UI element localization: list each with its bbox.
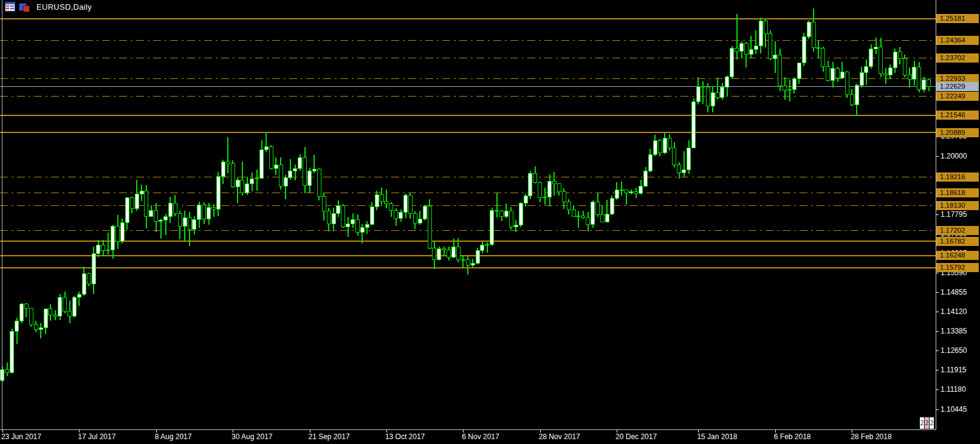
bull-candle-body [193,219,196,229]
bear-candle-body [428,206,431,248]
bear-candle-body [130,198,134,209]
candle-wick [78,292,80,306]
bull-candle-body [197,205,201,219]
bear-candle-body [202,205,206,219]
level-price-label: 1.17202 [936,226,979,235]
bear-candle-body [783,86,787,90]
bull-candle-body [476,251,479,264]
bull-candle-body [437,249,441,260]
bull-candle-body [164,217,168,220]
candlestick-chart[interactable] [0,0,980,444]
level-price-label: 1.16782 [936,237,979,246]
level-price-label: 1.22249 [936,92,979,101]
bull-candle-body [97,245,100,254]
nav-marker: 2 [925,417,929,429]
bear-candle-body [817,47,820,49]
bull-candle-body [644,171,648,186]
bear-candle-body [116,227,120,242]
bull-candle-body [221,162,225,176]
level-price-label: 1.19216 [936,172,979,182]
bull-candle-body [111,227,115,250]
bull-candle-body [577,216,580,216]
bull-candle-body [725,77,729,87]
price-tick-label: 1.17795 [941,210,967,219]
bear-candle-body [317,169,321,197]
bear-candle-body [49,309,52,315]
bear-candle-body [447,250,451,258]
chart-title: EURUSD,Daily [33,2,92,12]
bull-candle-body [639,186,643,193]
candle-wick [227,137,228,173]
level-price-label: 1.18618 [936,188,979,197]
bull-candle-body [351,220,355,224]
level-price-label: 1.23702 [936,53,979,63]
date-tick-label: 21 Sep 2017 [309,432,350,441]
candle-wick [256,169,258,191]
axis-tick-marks [2,19,939,432]
bull-candle-body [159,220,163,222]
bear-candle-body [769,34,772,59]
bull-candle-body [711,92,714,106]
bull-candle-body [264,146,268,150]
bull-candle-body [245,184,249,193]
bull-candle-body [207,208,211,219]
bear-candle-body [509,211,513,227]
bear-candle-body [927,80,931,86]
level-price-label: 1.18130 [936,201,979,210]
horizontal-level-lines [0,19,936,268]
bull-candle-body [605,214,609,222]
bear-candle-body [879,47,883,73]
bear-candle-body [226,162,230,163]
bear-candle-body [917,67,921,89]
bear-candle-body [500,211,504,217]
chart-windows-icon[interactable] [19,2,29,12]
bear-candle-body [552,182,556,183]
bear-candle-body [581,216,585,217]
bull-candle-body [792,79,796,90]
bull-candle-body [370,207,374,225]
bear-candle-body [5,370,9,372]
level-price-label: 1.25181 [936,14,979,23]
market-watch-icon[interactable] [5,2,15,12]
bull-candle-body [404,196,408,213]
chart-window: EURUSD,Daily 1.251451.244101.236751.2294… [0,0,980,444]
candle-wick [108,233,109,254]
bull-candle-body [82,274,86,295]
bull-candle-body [855,85,858,104]
bear-candle-body [53,315,57,316]
bull-candle-body [874,47,878,49]
bear-candle-body [625,190,628,193]
bear-candle-body [850,95,854,105]
bear-candle-body [29,309,33,325]
chart-frame [0,0,936,430]
bear-candle-body [701,86,705,87]
price-tick-label: 1.14855 [941,288,967,297]
bull-candle-body [337,205,340,213]
bull-candle-body [461,259,465,260]
level-price-label: 1.20889 [936,128,979,137]
date-tick-label: 17 Jul 2017 [78,432,115,441]
date-tick-label: 20 Dec 2017 [615,432,657,441]
bear-candle-body [821,49,825,67]
nav-marker: 2 [930,417,934,429]
bear-candle-body [778,55,782,86]
candle-wick [444,247,445,256]
bull-candle-body [289,171,292,178]
price-tick-label: 1.14120 [941,307,967,316]
bear-candle-body [668,138,671,148]
bull-candle-body [423,206,427,219]
candle-wick [462,256,464,267]
bear-candle-body [442,249,446,250]
bull-candle-body [615,190,618,199]
bull-candle-body [653,140,657,155]
date-tick-label: 23 Jun 2017 [1,432,41,441]
bull-candle-body [250,179,254,184]
candle-wick [160,219,162,239]
bear-candle-body [188,217,191,229]
bear-candle-body [389,203,393,210]
candle-wick [213,204,214,217]
bear-candle-body [145,191,148,216]
candle-wick [386,190,387,208]
bear-candle-body [634,192,638,194]
bull-candle-body [168,203,172,217]
